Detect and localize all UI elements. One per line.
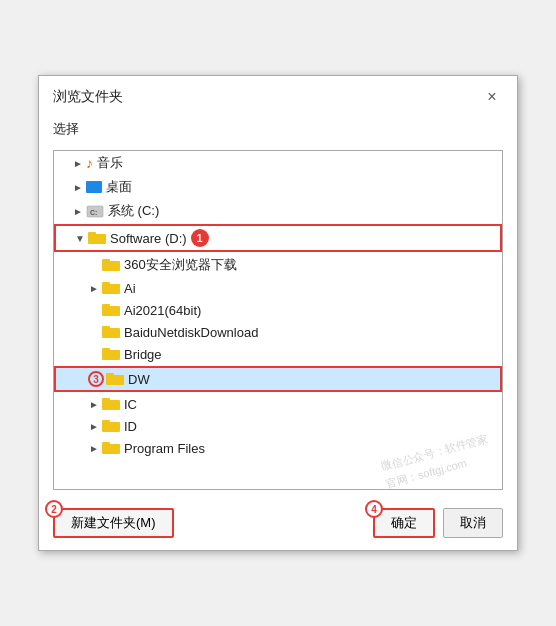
svg-rect-13 bbox=[102, 348, 110, 352]
select-label: 选择 bbox=[39, 116, 517, 146]
tree-label-ic: IC bbox=[124, 397, 137, 412]
tree-label-baidu: BaiduNetdiskDownload bbox=[124, 325, 258, 340]
close-button[interactable]: × bbox=[481, 86, 503, 108]
tree-item-desktop[interactable]: 桌面 bbox=[54, 175, 502, 199]
title-bar: 浏览文件夹 × bbox=[39, 76, 517, 116]
tree-label-ai: Ai bbox=[124, 281, 136, 296]
svg-text:C:: C: bbox=[90, 209, 97, 216]
badge-3-circle: 3 bbox=[88, 371, 104, 387]
new-folder-wrapper: 2 新建文件夹(M) bbox=[53, 508, 174, 538]
tree-arrow-id[interactable] bbox=[86, 418, 102, 434]
tree-item-music[interactable]: ♪ 音乐 bbox=[54, 151, 502, 175]
tree-item-baidu[interactable]: BaiduNetdiskDownload bbox=[54, 321, 502, 343]
cancel-button[interactable]: 取消 bbox=[443, 508, 503, 538]
badge-1: 1 bbox=[191, 229, 209, 247]
svg-rect-21 bbox=[102, 442, 110, 446]
drive-c-icon: C: bbox=[86, 204, 104, 218]
folder-software-d-icon bbox=[88, 231, 106, 245]
tree-label-program-files: Program Files bbox=[124, 441, 205, 456]
tree-label-bridge: Bridge bbox=[124, 347, 162, 362]
tree-item-bridge[interactable]: Bridge bbox=[54, 343, 502, 365]
tree-arrow-program-files[interactable] bbox=[86, 440, 102, 456]
dialog-title: 浏览文件夹 bbox=[53, 88, 123, 106]
svg-rect-9 bbox=[102, 304, 110, 308]
folder-tree[interactable]: ♪ 音乐 桌面 C: 系统 (C:) Software (D:) bbox=[53, 150, 503, 490]
tree-item-ic[interactable]: IC bbox=[54, 393, 502, 415]
tree-item-dw[interactable]: 3 DW bbox=[54, 366, 502, 392]
dialog-footer: 2 新建文件夹(M) 4 确定 取消 bbox=[39, 500, 517, 550]
ok-wrapper: 4 确定 bbox=[373, 508, 435, 538]
tree-label-ai2021: Ai2021(64bit) bbox=[124, 303, 201, 318]
tree-arrow-ai[interactable] bbox=[86, 280, 102, 296]
tree-label-desktop: 桌面 bbox=[106, 178, 132, 196]
new-folder-button[interactable]: 新建文件夹(M) bbox=[53, 508, 174, 538]
folder-ai-icon bbox=[102, 281, 120, 295]
badge-4-circle: 4 bbox=[365, 500, 383, 518]
tree-arrow-music[interactable] bbox=[70, 155, 86, 171]
svg-rect-11 bbox=[102, 326, 110, 330]
folder-360-icon bbox=[102, 258, 120, 272]
tree-arrow-system-c[interactable] bbox=[70, 203, 86, 219]
svg-rect-5 bbox=[102, 259, 110, 263]
svg-rect-17 bbox=[102, 398, 110, 402]
tree-arrow-desktop[interactable] bbox=[70, 179, 86, 195]
folder-ai2021-icon bbox=[102, 303, 120, 317]
tree-label-dw: DW bbox=[128, 372, 150, 387]
tree-label-software-d: Software (D:) bbox=[110, 231, 187, 246]
tree-arrow-software-d[interactable] bbox=[72, 230, 88, 246]
folder-pf-icon bbox=[102, 441, 120, 455]
browse-folder-dialog: 浏览文件夹 × 选择 ♪ 音乐 桌面 C: 系统 (C:) bbox=[38, 75, 518, 551]
svg-rect-7 bbox=[102, 282, 110, 286]
folder-baidu-icon bbox=[102, 325, 120, 339]
badge-2-circle: 2 bbox=[45, 500, 63, 518]
tree-arrow-ic[interactable] bbox=[86, 396, 102, 412]
svg-rect-3 bbox=[88, 232, 96, 236]
folder-dw-icon bbox=[106, 372, 124, 386]
svg-rect-15 bbox=[106, 373, 114, 377]
tree-label-system-c: 系统 (C:) bbox=[108, 202, 159, 220]
music-icon: ♪ bbox=[86, 155, 93, 171]
folder-ic-icon bbox=[102, 397, 120, 411]
tree-item-ai[interactable]: Ai bbox=[54, 277, 502, 299]
svg-rect-19 bbox=[102, 420, 110, 424]
tree-item-id[interactable]: ID bbox=[54, 415, 502, 437]
tree-item-system-c[interactable]: C: 系统 (C:) bbox=[54, 199, 502, 223]
tree-item-360[interactable]: 360安全浏览器下载 bbox=[54, 253, 502, 277]
tree-label-id: ID bbox=[124, 419, 137, 434]
desktop-icon bbox=[86, 181, 102, 193]
tree-item-program-files[interactable]: Program Files bbox=[54, 437, 502, 459]
badge-3-outline: 3 bbox=[88, 371, 104, 387]
tree-item-software-d[interactable]: Software (D:) 1 bbox=[54, 224, 502, 252]
folder-id-icon bbox=[102, 419, 120, 433]
tree-label-music: 音乐 bbox=[97, 154, 123, 172]
folder-bridge-icon bbox=[102, 347, 120, 361]
ok-button[interactable]: 确定 bbox=[373, 508, 435, 538]
tree-item-ai2021[interactable]: Ai2021(64bit) bbox=[54, 299, 502, 321]
tree-label-360: 360安全浏览器下载 bbox=[124, 256, 237, 274]
